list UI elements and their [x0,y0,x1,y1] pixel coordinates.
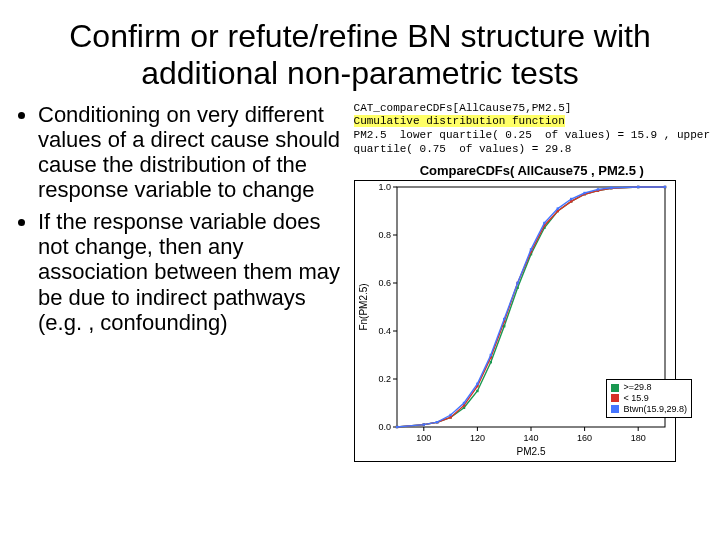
svg-rect-65 [462,401,464,403]
svg-rect-70 [529,248,531,250]
svg-rect-67 [489,353,491,355]
code-line: PM2.5 lower quartile( 0.25 of values) = … [354,129,710,141]
legend-swatch [611,405,619,413]
svg-text:PM2.5: PM2.5 [516,446,545,457]
svg-rect-71 [543,221,545,223]
svg-text:1.0: 1.0 [378,182,391,192]
svg-text:140: 140 [523,433,538,443]
code-line: quartile( 0.75 of values) = 29.8 [354,143,572,155]
svg-rect-69 [516,281,518,283]
code-line-highlight: Cumulative distribution function [354,115,565,127]
svg-rect-77 [637,185,639,187]
svg-rect-30 [476,389,478,391]
svg-text:0.2: 0.2 [378,374,391,384]
legend: >=29.8 < 15.9 Btwn(15.9,29.8) [606,379,692,417]
plot-title: CompareCDFs( AllCause75 , PM2.5 ) [354,163,710,178]
legend-item: >=29.8 [611,382,687,393]
svg-text:160: 160 [577,433,592,443]
slide-body: Conditioning on very different values of… [0,102,720,462]
bullet-item: Conditioning on very different values of… [38,102,354,203]
cdf-plot: 1001201401601800.00.20.40.60.81.0PM2.5Fn… [354,180,676,462]
svg-rect-62 [422,423,424,425]
legend-item: Btwn(15.9,29.8) [611,404,687,415]
svg-rect-76 [610,186,612,188]
bullet-list: Conditioning on very different values of… [20,102,354,462]
svg-text:0.4: 0.4 [378,326,391,336]
bullet-item: If the response variable does not change… [38,209,354,335]
svg-rect-61 [395,425,397,427]
svg-text:0.8: 0.8 [378,230,391,240]
slide: Confirm or refute/refine BN structure wi… [0,0,720,540]
page-title: Confirm or refute/refine BN structure wi… [0,0,720,102]
svg-text:0.6: 0.6 [378,278,391,288]
svg-rect-72 [556,207,558,209]
svg-rect-66 [476,382,478,384]
svg-rect-55 [570,200,572,202]
svg-rect-74 [583,191,585,193]
chart-panel: CAT_compareCDFs[AllCause75,PM2.5] Cumula… [354,102,710,462]
svg-rect-75 [596,188,598,190]
svg-rect-78 [663,185,665,187]
legend-item: < 15.9 [611,393,687,404]
svg-text:180: 180 [630,433,645,443]
svg-rect-63 [436,421,438,423]
svg-text:Fn(PM2.5): Fn(PM2.5) [358,283,369,330]
svg-rect-46 [449,416,451,418]
svg-text:100: 100 [416,433,431,443]
code-header: CAT_compareCDFs[AllCause75,PM2.5] Cumula… [354,102,710,157]
legend-label: Btwn(15.9,29.8) [623,404,687,415]
svg-text:0.0: 0.0 [378,422,391,432]
legend-swatch [611,384,619,392]
code-line: CAT_compareCDFs[AllCause75,PM2.5] [354,102,572,114]
svg-rect-68 [503,317,505,319]
svg-rect-31 [489,361,491,363]
legend-label: < 15.9 [623,393,648,404]
legend-label: >=29.8 [623,382,651,393]
svg-rect-73 [570,197,572,199]
svg-text:120: 120 [469,433,484,443]
svg-rect-64 [449,413,451,415]
legend-swatch [611,394,619,402]
